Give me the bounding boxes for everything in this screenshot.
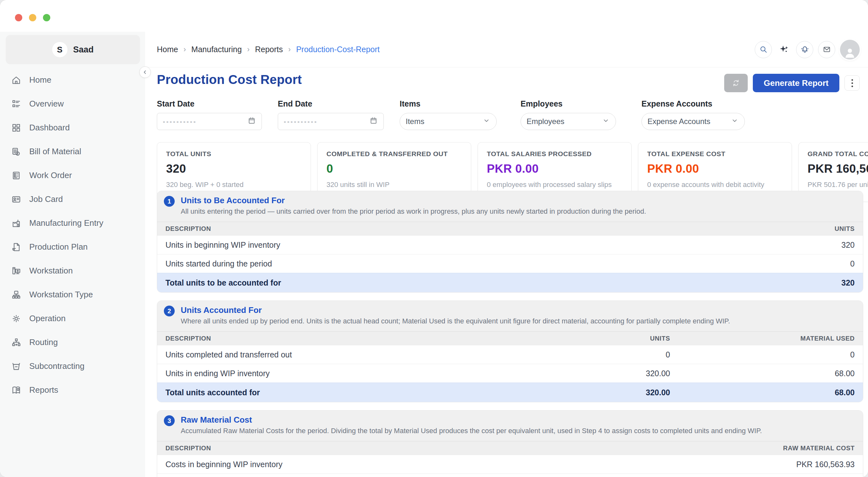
sidebar-item-workstation[interactable]: Workstation	[0, 259, 145, 283]
refresh-icon	[732, 79, 740, 87]
operation-icon	[11, 313, 22, 324]
refresh-button[interactable]	[724, 74, 748, 92]
sidebar-item-production-plan[interactable]: Production Plan	[0, 235, 145, 259]
report-section-1: 1 Units to Be Accounted For All units en…	[157, 191, 863, 292]
column-header-description: DESCRIPTION	[165, 335, 536, 342]
sidebar-item-subcontracting[interactable]: Subcontracting	[0, 354, 145, 378]
sidebar-item-label: Routing	[29, 338, 58, 347]
messages-button[interactable]	[818, 41, 835, 58]
user-avatar-button[interactable]	[840, 40, 860, 60]
sidebar-item-dashboard[interactable]: Dashboard	[0, 116, 145, 139]
section-number-badge: 1	[164, 196, 175, 207]
page-actions: Generate Report	[724, 74, 860, 92]
table-total-row: Total units accounted for320.0068.00	[157, 383, 863, 402]
sidebar-item-label: Home	[29, 75, 51, 85]
sidebar-item-label: Work Order	[29, 170, 72, 180]
generate-report-button[interactable]: Generate Report	[753, 74, 839, 92]
sidebar-item-overview[interactable]: Overview	[0, 92, 145, 116]
table-cell: PKR 160,563.93	[670, 460, 855, 469]
column-header-units: UNITS	[670, 225, 855, 232]
sidebar-item-operation[interactable]: Operation	[0, 307, 145, 330]
close-window-button[interactable]	[15, 14, 22, 21]
bill-of-material-icon	[11, 146, 22, 157]
kebab-icon	[851, 79, 853, 87]
breadcrumb-separator: ›	[184, 45, 186, 54]
maximize-window-button[interactable]	[43, 14, 50, 21]
date-placeholder: ----------	[163, 118, 197, 125]
table-row: Costs in beginning WIP inventoryPKR 160,…	[157, 455, 863, 474]
select-value: Items	[406, 117, 425, 126]
sidebar-item-label: Production Plan	[29, 242, 88, 252]
filter-label: End Date	[278, 99, 384, 108]
sidebar-item-routing[interactable]: Routing	[0, 330, 145, 354]
column-header-units: UNITS	[536, 335, 670, 342]
card-subtitle: 0 employees with processed salary slips	[487, 181, 622, 189]
report-sections: 1 Units to Be Accounted For All units en…	[157, 191, 863, 477]
table-cell: 0	[536, 350, 670, 359]
sidebar-item-label: Reports	[29, 385, 58, 395]
sidebar-item-bill-of-material[interactable]: Bill of Material	[0, 139, 145, 163]
table-cell: Units completed and transferred out	[165, 350, 536, 359]
breadcrumb-current: Production-Cost-Report	[296, 45, 380, 54]
sidebar-item-label: Subcontracting	[29, 361, 84, 371]
more-options-button[interactable]	[844, 75, 860, 91]
start-date-input[interactable]: ----------	[157, 113, 262, 130]
end-date-input[interactable]: ----------	[278, 113, 384, 130]
table-row: Units started during the period0	[157, 254, 863, 273]
sidebar-collapse-button[interactable]	[140, 66, 151, 78]
sidebar-item-reports[interactable]: Reports	[0, 378, 145, 402]
section-description: Accumulated Raw Material Costs for the p…	[181, 427, 855, 435]
breadcrumb-item-reports[interactable]: Reports	[255, 45, 283, 54]
table-total-cell: 320.00	[536, 388, 670, 397]
card-subtitle: 0 expense accounts with debit activity	[647, 181, 783, 189]
card-label: COMPLETED & TRANSFERRED OUT	[327, 150, 462, 158]
chevron-down-icon	[731, 117, 739, 127]
job-card-icon	[11, 194, 22, 205]
card-label: GRAND TOTAL COST	[808, 150, 868, 158]
manufacturing-entry-icon	[11, 218, 22, 229]
breadcrumb-item-manufacturing[interactable]: Manufacturing	[191, 45, 242, 54]
table-total-cell: 68.00	[670, 388, 855, 397]
card-value: PKR 160,563.93	[808, 162, 868, 176]
ai-assistant-button[interactable]	[777, 42, 791, 57]
table-header-row: DESCRIPTIONUNITSMATERIAL USED	[157, 331, 863, 345]
table-cell: Units in ending WIP inventory	[165, 369, 536, 378]
sidebar-item-manufacturing-entry[interactable]: Manufacturing Entry	[0, 211, 145, 235]
date-placeholder: ----------	[284, 118, 318, 125]
sidebar-item-job-card[interactable]: Job Card	[0, 187, 145, 211]
topbar-actions	[755, 40, 860, 60]
expense-accounts-dropdown[interactable]: Expense Accounts	[642, 113, 745, 130]
employees-dropdown[interactable]: Employees	[521, 113, 616, 130]
items-dropdown[interactable]: Items	[400, 113, 497, 130]
search-button[interactable]	[755, 41, 772, 58]
chevron-down-icon	[602, 117, 610, 127]
sidebar-nav: Home Overview Dashboard Bill of Material…	[0, 68, 145, 402]
minimize-window-button[interactable]	[29, 14, 36, 21]
filter-start-date: Start Date ----------	[157, 99, 262, 130]
calendar-icon	[248, 117, 256, 127]
breadcrumb: Home ›Manufacturing ›Reports ›Production…	[157, 45, 380, 54]
select-value: Employees	[527, 117, 564, 126]
breadcrumb-item-home[interactable]: Home	[157, 45, 178, 54]
section-header: 2 Units Accounted For Where all units en…	[157, 301, 863, 331]
breadcrumb-separator: ›	[247, 45, 250, 54]
section-header: 1 Units to Be Accounted For All units en…	[157, 191, 863, 222]
user-name: Saad	[73, 45, 94, 55]
card-value: PKR 0.00	[487, 162, 622, 176]
user-card[interactable]: S Saad	[6, 35, 140, 64]
sidebar-item-workstation-type[interactable]: Workstation Type	[0, 283, 145, 307]
section-header: 3 Raw Material Cost Accumulated Raw Mate…	[157, 411, 863, 441]
notifications-button[interactable]	[796, 41, 813, 58]
mail-icon	[823, 45, 831, 54]
section-title: Raw Material Cost	[181, 415, 855, 425]
sidebar-item-work-order[interactable]: Work Order	[0, 163, 145, 187]
main-content: Production Cost Report Generate Report S…	[145, 67, 868, 477]
card-subtitle: 320 beg. WIP + 0 started	[166, 181, 302, 189]
breadcrumb-separator: ›	[288, 45, 291, 54]
sidebar-item-home[interactable]: Home	[0, 68, 145, 92]
window-controls	[15, 14, 50, 21]
card-value: 320	[166, 162, 302, 176]
sidebar-item-label: Overview	[29, 99, 64, 109]
sidebar-item-label: Workstation Type	[29, 290, 93, 299]
filter-expense-accounts: Expense Accounts Expense Accounts	[642, 99, 745, 130]
